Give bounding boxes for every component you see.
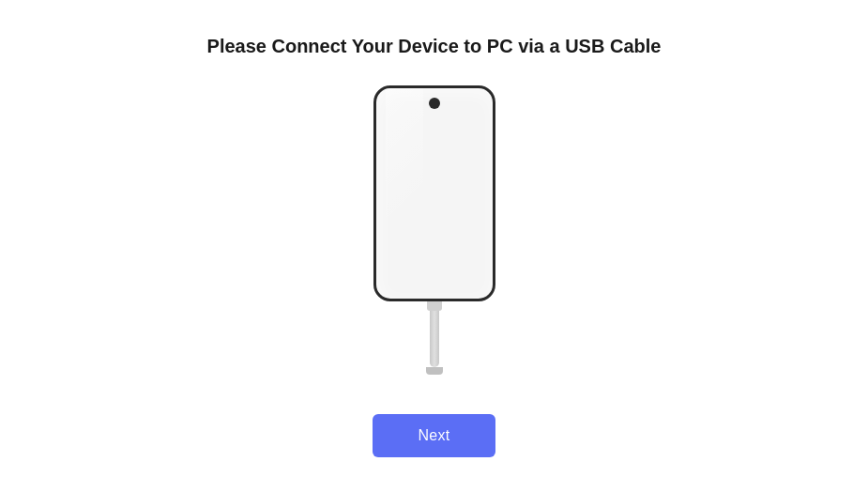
illustration-area xyxy=(373,85,495,375)
phone-body xyxy=(373,85,495,301)
cable-body xyxy=(430,311,439,367)
next-button[interactable]: Next xyxy=(373,414,495,457)
cable-connector-top xyxy=(427,301,442,311)
cable-end xyxy=(426,367,443,375)
usb-cable xyxy=(426,301,443,375)
page-title: Please Connect Your Device to PC via a U… xyxy=(207,36,662,57)
phone-side-button xyxy=(494,145,495,178)
phone-shine xyxy=(386,88,423,299)
phone-illustration xyxy=(373,85,495,375)
